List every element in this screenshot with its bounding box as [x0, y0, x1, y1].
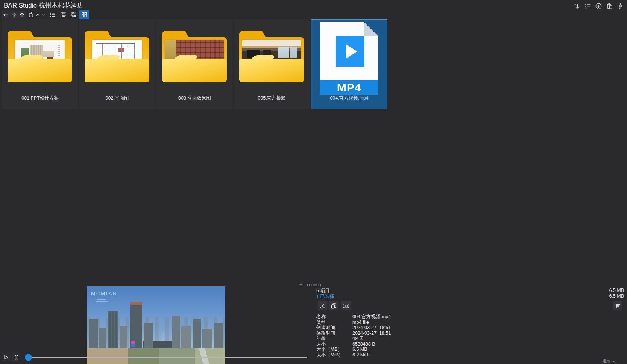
refresh-icon[interactable]: [27, 11, 35, 19]
rename-button[interactable]: A: [341, 301, 351, 310]
notifications-label: 通知: [603, 359, 610, 364]
mp4-file-icon: MP4: [320, 22, 378, 95]
video-preview[interactable]: MUMIAN: [87, 286, 225, 364]
detail-value: 49 天: [352, 336, 364, 341]
window-title: BAR Studio 杭州木棉花酒店: [4, 1, 83, 10]
detail-value: 2024-03-27 18:51: [352, 325, 391, 330]
file-tile-004-mp4[interactable]: MP4 004.官方视频.mp4: [311, 19, 387, 109]
file-manager-window: BAR Studio 杭州木棉花酒店: [0, 0, 627, 364]
detail-value: 6.5 MB: [352, 347, 367, 352]
pause-button[interactable]: [12, 353, 21, 362]
folder-icon: [8, 31, 72, 82]
detail-value: 004.官方视频.mp4: [352, 314, 391, 319]
page-fold-corner: [364, 22, 378, 36]
selected-size: 6.5 MB: [609, 293, 624, 299]
copy-button[interactable]: [329, 301, 338, 310]
notifications-expand-chevron-icon[interactable]: [612, 360, 616, 363]
tile-label: 003.立面效果图: [158, 95, 231, 101]
flyout-collapse-chevron-icon[interactable]: [298, 282, 304, 287]
folder-tile-002[interactable]: 002.平面图: [79, 19, 155, 109]
back-button[interactable]: [2, 11, 9, 19]
play-badge-icon: [336, 36, 364, 67]
flyout-drag-handle[interactable]: [307, 284, 322, 287]
svg-text:A: A: [345, 304, 347, 308]
tile-label: 001.PPT设计方案: [3, 95, 77, 101]
detail-value: 2024-03-27 18:51: [352, 331, 391, 336]
folder-tile-001[interactable]: 001.PPT设计方案: [2, 19, 78, 109]
delete-button[interactable]: [613, 301, 622, 310]
folder-tile-005[interactable]: 005.官方摄影: [234, 19, 310, 109]
lightning-icon[interactable]: [616, 2, 625, 11]
compact-view-button[interactable]: [69, 11, 78, 19]
list-view-button[interactable]: [48, 11, 57, 19]
detail-value: 6.2 MiB: [352, 352, 368, 358]
detail-value: mp4 file: [352, 320, 369, 325]
video-thumbnail: MUMIAN: [87, 286, 225, 364]
tile-label: 002.平面图: [80, 95, 154, 101]
up-button[interactable]: [18, 11, 26, 19]
selected-count: 1 已选择: [316, 293, 334, 300]
tile-label: 005.官方摄影: [235, 95, 308, 101]
paste-icon[interactable]: [605, 2, 614, 11]
folder-icon: [239, 31, 304, 82]
items-total-size: 6.5 MB: [609, 288, 624, 293]
add-icon[interactable]: [594, 2, 603, 11]
detail-label: 大小（MiB）: [316, 352, 352, 358]
cut-button[interactable]: [318, 301, 327, 310]
details-view-button[interactable]: [59, 11, 68, 19]
folder-tile-003[interactable]: 003.立面效果图: [156, 19, 233, 109]
grid-view-button[interactable]: [79, 10, 89, 19]
list-menu-icon[interactable]: [583, 2, 592, 11]
tile-label: 004.官方视频.mp4: [313, 95, 386, 101]
video-watermark: MUMIAN: [91, 291, 118, 296]
chevron-down-icon[interactable]: [41, 11, 46, 19]
folder-icon: [162, 31, 227, 82]
folder-icon: [85, 31, 149, 82]
mp4-badge: MP4: [320, 80, 378, 95]
seek-knob[interactable]: [25, 354, 32, 361]
chevron-up-icon[interactable]: [35, 11, 40, 19]
forward-button[interactable]: [10, 11, 18, 19]
detail-value: 6538488 B: [352, 341, 375, 347]
sort-icon[interactable]: [572, 2, 581, 11]
play-button[interactable]: [1, 353, 11, 362]
seek-bar[interactable]: [25, 357, 307, 358]
